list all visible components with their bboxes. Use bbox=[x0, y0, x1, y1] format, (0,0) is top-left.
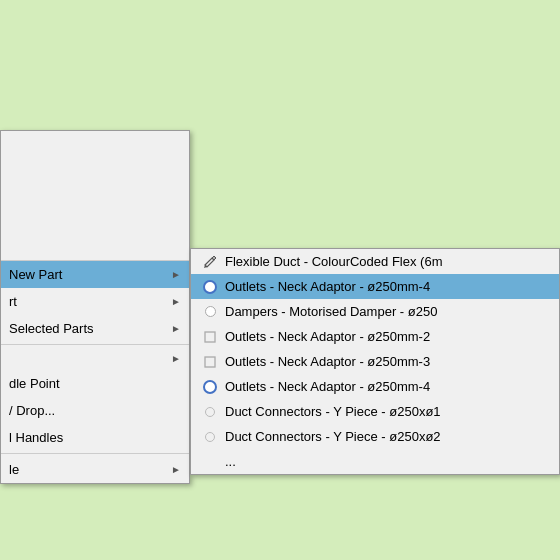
menu-item-drop-label: / Drop... bbox=[9, 403, 181, 418]
menu-item-selected-parts[interactable]: Selected Parts ► bbox=[1, 315, 189, 342]
circle-blue-icon-2 bbox=[199, 380, 221, 394]
arrow-icon: ► bbox=[171, 323, 181, 334]
submenu-item-outlets-neck-2-label: Outlets - Neck Adaptor - ø250mm-2 bbox=[225, 329, 430, 344]
submenu-item-outlets-neck-3-label: Outlets - Neck Adaptor - ø250mm-3 bbox=[225, 354, 430, 369]
menu-item-drop[interactable]: / Drop... bbox=[1, 397, 189, 424]
menu-item-handles[interactable]: l Handles bbox=[1, 424, 189, 451]
submenu-item-outlets-neck-2[interactable]: Outlets - Neck Adaptor - ø250mm-2 bbox=[191, 324, 559, 349]
main-area: New Part ► rt ► Selected Parts ► ► dle P… bbox=[0, 0, 560, 560]
menu-item-new-part-label: New Part bbox=[9, 267, 171, 282]
arrow-icon: ► bbox=[171, 464, 181, 475]
square-outline-icon bbox=[199, 331, 221, 343]
submenu-item-more[interactable]: ... bbox=[191, 449, 559, 474]
menu-item-le[interactable]: le ► bbox=[1, 456, 189, 483]
circle-small-outline-icon bbox=[199, 406, 221, 418]
submenu-item-outlets-neck-3[interactable]: Outlets - Neck Adaptor - ø250mm-3 bbox=[191, 349, 559, 374]
menu-item-le-label: le bbox=[9, 462, 171, 477]
submenu-item-outlets-neck-4-label: Outlets - Neck Adaptor - ø250mm-4 bbox=[225, 379, 430, 394]
menu-divider-1 bbox=[1, 344, 189, 345]
arrow-icon: ► bbox=[171, 353, 181, 364]
submenu-item-dampers[interactable]: Dampers - Motorised Damper - ø250 bbox=[191, 299, 559, 324]
submenu-item-duct-connectors-1[interactable]: Duct Connectors - Y Piece - ø250xø1 bbox=[191, 399, 559, 424]
submenu-item-outlets-neck-4[interactable]: Outlets - Neck Adaptor - ø250mm-4 bbox=[191, 374, 559, 399]
arrow-icon: ► bbox=[171, 269, 181, 280]
submenu-item-flexible-duct[interactable]: Flexible Duct - ColourCoded Flex (6m bbox=[191, 249, 559, 274]
submenu-item-duct-connectors-1-label: Duct Connectors - Y Piece - ø250xø1 bbox=[225, 404, 441, 419]
submenu-item-duct-connectors-2[interactable]: Duct Connectors - Y Piece - ø250xø2 bbox=[191, 424, 559, 449]
pencil-icon bbox=[199, 255, 221, 269]
menu-item-handles-label: l Handles bbox=[9, 430, 181, 445]
svg-rect-1 bbox=[205, 357, 215, 367]
menu-item-new-part[interactable]: New Part ► bbox=[1, 261, 189, 288]
menu-item-part[interactable]: rt ► bbox=[1, 288, 189, 315]
submenu: Flexible Duct - ColourCoded Flex (6m Out… bbox=[190, 248, 560, 475]
menu-item-part-label: rt bbox=[9, 294, 171, 309]
menu-divider-2 bbox=[1, 453, 189, 454]
square-outline-icon-2 bbox=[199, 356, 221, 368]
svg-rect-0 bbox=[205, 332, 215, 342]
circle-small-outline-icon-2 bbox=[199, 431, 221, 443]
menu-item-blank[interactable]: ► bbox=[1, 347, 189, 370]
menu-top-section bbox=[1, 131, 189, 261]
submenu-item-outlets-neck-1-label: Outlets - Neck Adaptor - ø250mm-4 bbox=[225, 279, 430, 294]
submenu-item-duct-connectors-2-label: Duct Connectors - Y Piece - ø250xø2 bbox=[225, 429, 441, 444]
submenu-item-more-label: ... bbox=[225, 454, 236, 469]
circle-blue-icon bbox=[199, 280, 221, 294]
context-menu: New Part ► rt ► Selected Parts ► ► dle P… bbox=[0, 130, 190, 484]
submenu-item-dampers-label: Dampers - Motorised Damper - ø250 bbox=[225, 304, 437, 319]
menu-item-handle-point-label: dle Point bbox=[9, 376, 181, 391]
submenu-item-flexible-duct-label: Flexible Duct - ColourCoded Flex (6m bbox=[225, 254, 442, 269]
menu-item-selected-parts-label: Selected Parts bbox=[9, 321, 171, 336]
svg-point-2 bbox=[206, 407, 215, 416]
menu-item-handle-point[interactable]: dle Point bbox=[1, 370, 189, 397]
svg-point-3 bbox=[206, 432, 215, 441]
submenu-item-outlets-neck-1[interactable]: Outlets - Neck Adaptor - ø250mm-4 bbox=[191, 274, 559, 299]
arrow-icon: ► bbox=[171, 296, 181, 307]
circle-gray-small-icon bbox=[199, 306, 221, 317]
